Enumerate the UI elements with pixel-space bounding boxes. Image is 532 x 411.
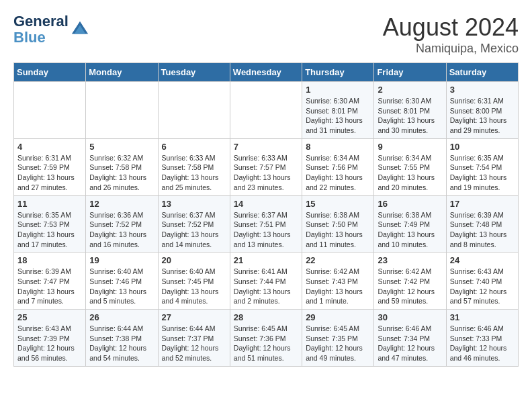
- day-number: 14: [234, 199, 298, 209]
- day-number: 7: [234, 142, 298, 152]
- day-info: Sunrise: 6:43 AM Sunset: 7:39 PM Dayligh…: [17, 324, 82, 363]
- day-info: Sunrise: 6:37 AM Sunset: 7:51 PM Dayligh…: [234, 210, 298, 250]
- calendar-cell: 27Sunrise: 6:44 AM Sunset: 7:37 PM Dayli…: [158, 310, 230, 367]
- day-number: 9: [378, 142, 442, 152]
- day-info: Sunrise: 6:38 AM Sunset: 7:49 PM Dayligh…: [378, 210, 442, 250]
- calendar-cell: 19Sunrise: 6:40 AM Sunset: 7:46 PM Dayli…: [86, 253, 158, 310]
- day-number: 25: [17, 312, 82, 322]
- day-info: Sunrise: 6:41 AM Sunset: 7:44 PM Dayligh…: [234, 267, 298, 306]
- day-info: Sunrise: 6:42 AM Sunset: 7:42 PM Dayligh…: [378, 267, 442, 306]
- day-number: 5: [89, 142, 154, 152]
- day-number: 22: [306, 255, 370, 265]
- day-info: Sunrise: 6:37 AM Sunset: 7:52 PM Dayligh…: [162, 210, 226, 250]
- day-info: Sunrise: 6:34 AM Sunset: 7:55 PM Dayligh…: [378, 153, 442, 193]
- calendar-cell: 16Sunrise: 6:38 AM Sunset: 7:49 PM Dayli…: [374, 195, 446, 253]
- calendar-cell: 21Sunrise: 6:41 AM Sunset: 7:44 PM Dayli…: [230, 253, 302, 310]
- day-info: Sunrise: 6:46 AM Sunset: 7:34 PM Dayligh…: [378, 324, 442, 363]
- main-title: August 2024: [383, 13, 519, 42]
- day-number: 15: [306, 199, 370, 209]
- weekday-header-friday: Friday: [374, 63, 446, 82]
- calendar-cell: 6Sunrise: 6:33 AM Sunset: 7:58 PM Daylig…: [158, 138, 230, 195]
- day-info: Sunrise: 6:38 AM Sunset: 7:50 PM Dayligh…: [306, 210, 370, 250]
- calendar-cell: 10Sunrise: 6:35 AM Sunset: 7:54 PM Dayli…: [446, 138, 518, 195]
- day-info: Sunrise: 6:44 AM Sunset: 7:38 PM Dayligh…: [89, 324, 154, 363]
- day-number: 21: [234, 255, 298, 265]
- day-number: 28: [234, 312, 298, 322]
- day-info: Sunrise: 6:34 AM Sunset: 7:56 PM Dayligh…: [306, 153, 370, 193]
- calendar-cell: 14Sunrise: 6:37 AM Sunset: 7:51 PM Dayli…: [230, 195, 302, 253]
- day-number: 16: [378, 199, 442, 209]
- logo-icon: [71, 20, 89, 39]
- calendar-cell: 4Sunrise: 6:31 AM Sunset: 7:59 PM Daylig…: [14, 138, 86, 195]
- calendar-cell: [86, 82, 158, 139]
- weekday-header-wednesday: Wednesday: [230, 63, 302, 82]
- weekday-header-saturday: Saturday: [446, 63, 518, 82]
- day-number: 6: [162, 142, 226, 152]
- calendar-cell: [14, 82, 86, 139]
- day-info: Sunrise: 6:35 AM Sunset: 7:53 PM Dayligh…: [17, 210, 82, 250]
- day-info: Sunrise: 6:45 AM Sunset: 7:35 PM Dayligh…: [306, 324, 370, 363]
- calendar-cell: 23Sunrise: 6:42 AM Sunset: 7:42 PM Dayli…: [374, 253, 446, 310]
- calendar-table: SundayMondayTuesdayWednesdayThursdayFrid…: [13, 62, 519, 367]
- calendar-cell: 25Sunrise: 6:43 AM Sunset: 7:39 PM Dayli…: [14, 310, 86, 367]
- day-number: 19: [89, 255, 154, 265]
- day-number: 23: [378, 255, 442, 265]
- calendar-cell: 22Sunrise: 6:42 AM Sunset: 7:43 PM Dayli…: [302, 253, 374, 310]
- day-info: Sunrise: 6:31 AM Sunset: 8:00 PM Dayligh…: [450, 96, 515, 136]
- calendar-cell: 17Sunrise: 6:39 AM Sunset: 7:48 PM Dayli…: [446, 195, 518, 253]
- logo: GeneralBlue: [13, 13, 89, 46]
- day-info: Sunrise: 6:42 AM Sunset: 7:43 PM Dayligh…: [306, 267, 370, 306]
- calendar-cell: 24Sunrise: 6:43 AM Sunset: 7:40 PM Dayli…: [446, 253, 518, 310]
- logo-text: GeneralBlue: [13, 13, 69, 46]
- day-number: 2: [378, 85, 442, 95]
- day-info: Sunrise: 6:43 AM Sunset: 7:40 PM Dayligh…: [450, 267, 515, 306]
- calendar-cell: 29Sunrise: 6:45 AM Sunset: 7:35 PM Dayli…: [302, 310, 374, 367]
- day-number: 18: [17, 255, 82, 265]
- day-info: Sunrise: 6:40 AM Sunset: 7:45 PM Dayligh…: [162, 267, 226, 306]
- calendar-cell: 13Sunrise: 6:37 AM Sunset: 7:52 PM Dayli…: [158, 195, 230, 253]
- calendar-cell: 11Sunrise: 6:35 AM Sunset: 7:53 PM Dayli…: [14, 195, 86, 253]
- calendar-cell: [230, 82, 302, 139]
- day-number: 17: [450, 199, 515, 209]
- calendar-cell: 1Sunrise: 6:30 AM Sunset: 8:01 PM Daylig…: [302, 82, 374, 139]
- day-info: Sunrise: 6:30 AM Sunset: 8:01 PM Dayligh…: [306, 96, 370, 136]
- day-number: 1: [306, 85, 370, 95]
- calendar-cell: 5Sunrise: 6:32 AM Sunset: 7:58 PM Daylig…: [86, 138, 158, 195]
- calendar-cell: 3Sunrise: 6:31 AM Sunset: 8:00 PM Daylig…: [446, 82, 518, 139]
- page-header: GeneralBlue August 2024 Namiquipa, Mexic…: [13, 13, 519, 56]
- calendar-cell: 30Sunrise: 6:46 AM Sunset: 7:34 PM Dayli…: [374, 310, 446, 367]
- day-info: Sunrise: 6:31 AM Sunset: 7:59 PM Dayligh…: [17, 153, 82, 193]
- day-info: Sunrise: 6:33 AM Sunset: 7:58 PM Dayligh…: [162, 153, 226, 193]
- day-number: 4: [17, 142, 82, 152]
- day-info: Sunrise: 6:45 AM Sunset: 7:36 PM Dayligh…: [234, 324, 298, 363]
- weekday-header-tuesday: Tuesday: [158, 63, 230, 82]
- day-info: Sunrise: 6:44 AM Sunset: 7:37 PM Dayligh…: [162, 324, 226, 363]
- calendar-cell: 20Sunrise: 6:40 AM Sunset: 7:45 PM Dayli…: [158, 253, 230, 310]
- calendar-cell: 7Sunrise: 6:33 AM Sunset: 7:57 PM Daylig…: [230, 138, 302, 195]
- day-number: 24: [450, 255, 515, 265]
- day-info: Sunrise: 6:39 AM Sunset: 7:48 PM Dayligh…: [450, 210, 515, 250]
- calendar-cell: 28Sunrise: 6:45 AM Sunset: 7:36 PM Dayli…: [230, 310, 302, 367]
- day-info: Sunrise: 6:39 AM Sunset: 7:47 PM Dayligh…: [17, 267, 82, 306]
- calendar-cell: 31Sunrise: 6:46 AM Sunset: 7:33 PM Dayli…: [446, 310, 518, 367]
- day-number: 12: [89, 199, 154, 209]
- day-number: 20: [162, 255, 226, 265]
- calendar-cell: 15Sunrise: 6:38 AM Sunset: 7:50 PM Dayli…: [302, 195, 374, 253]
- weekday-header-monday: Monday: [86, 63, 158, 82]
- calendar-cell: 12Sunrise: 6:36 AM Sunset: 7:52 PM Dayli…: [86, 195, 158, 253]
- calendar-cell: 26Sunrise: 6:44 AM Sunset: 7:38 PM Dayli…: [86, 310, 158, 367]
- day-number: 30: [378, 312, 442, 322]
- day-number: 8: [306, 142, 370, 152]
- day-info: Sunrise: 6:46 AM Sunset: 7:33 PM Dayligh…: [450, 324, 515, 363]
- calendar-cell: 2Sunrise: 6:30 AM Sunset: 8:01 PM Daylig…: [374, 82, 446, 139]
- day-number: 29: [306, 312, 370, 322]
- calendar-cell: 9Sunrise: 6:34 AM Sunset: 7:55 PM Daylig…: [374, 138, 446, 195]
- day-number: 26: [89, 312, 154, 322]
- title-block: August 2024 Namiquipa, Mexico: [383, 13, 519, 56]
- day-info: Sunrise: 6:33 AM Sunset: 7:57 PM Dayligh…: [234, 153, 298, 193]
- day-info: Sunrise: 6:35 AM Sunset: 7:54 PM Dayligh…: [450, 153, 515, 193]
- day-number: 27: [162, 312, 226, 322]
- day-number: 13: [162, 199, 226, 209]
- calendar-cell: 18Sunrise: 6:39 AM Sunset: 7:47 PM Dayli…: [14, 253, 86, 310]
- weekday-header-thursday: Thursday: [302, 63, 374, 82]
